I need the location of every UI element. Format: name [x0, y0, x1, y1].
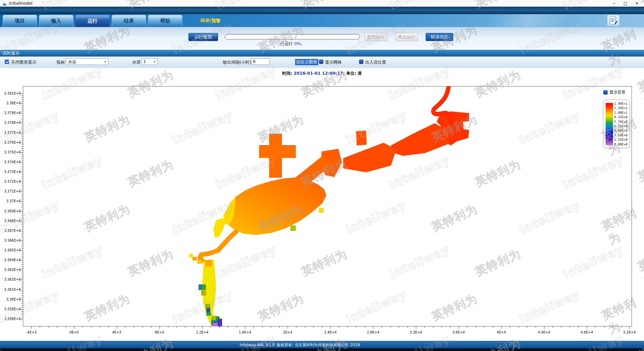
x-tick-mark: [74, 326, 74, 329]
title-bar: initialmodel − □ ✕: [0, 0, 644, 7]
x-tick-label: 1.6E+4: [235, 330, 255, 334]
app-icon: [2, 1, 7, 6]
menu-tab-帮助[interactable]: 帮助: [148, 15, 182, 27]
y-tick-label: 3.371E+6: [1, 189, 21, 193]
output-interval-label: 输出间隔(小时): [223, 60, 251, 65]
menu-tab-结果[interactable]: 结果: [112, 15, 146, 27]
y-tick-mark: [21, 172, 23, 172]
x-minor-tick: [441, 326, 442, 328]
x-tick-mark: [159, 326, 160, 329]
x-minor-tick: [570, 326, 570, 328]
x-tick-mark: [459, 326, 459, 329]
x-minor-tick: [279, 326, 280, 328]
maximize-button[interactable]: □: [620, 0, 631, 7]
layer-select[interactable]: 1: [141, 58, 157, 65]
x-minor-tick: [142, 326, 143, 328]
x-minor-tick: [219, 326, 220, 328]
minimize-button[interactable]: −: [608, 0, 620, 7]
flow-position-checkbox[interactable]: [359, 60, 363, 64]
x-minor-tick: [296, 326, 296, 328]
x-tick-mark: [416, 326, 416, 329]
show-background-checkbox[interactable]: [603, 90, 608, 95]
y-tick-label: 3.374E+6: [1, 160, 21, 164]
y-tick-label: 3.377E+6: [1, 131, 21, 135]
menu-tab-运行[interactable]: 运行: [75, 15, 110, 27]
stop-run-button[interactable]: 终止运行: [396, 33, 418, 41]
x-minor-tick: [527, 326, 527, 328]
menu-tab-项目[interactable]: 项目: [3, 15, 37, 27]
y-tick-label: 3.381E+6: [1, 92, 21, 95]
chevron-down-icon: [104, 61, 107, 63]
menu-bar: 项目输入运行结果帮助 环评/预警: [0, 14, 644, 27]
map-cell: [206, 312, 211, 316]
show-grid-checkbox[interactable]: [319, 60, 323, 64]
indicator-select[interactable]: 水温: [66, 58, 108, 65]
y-tick-mark: [21, 241, 23, 241]
x-tick-label: 0E+0: [64, 330, 84, 334]
y-tick-label: 3.368E+6: [1, 219, 21, 223]
error-info-button[interactable]: 错误信息: [426, 33, 453, 41]
x-tick-label: 5.2E+4: [619, 330, 640, 334]
x-minor-tick: [322, 326, 322, 328]
x-minor-tick: [151, 326, 151, 328]
y-tick-label: 3.376E+6: [1, 141, 21, 144]
close-button[interactable]: ✕: [631, 0, 643, 7]
y-tick-mark: [21, 191, 23, 192]
x-minor-tick: [194, 326, 194, 328]
x-tick-label: 2.4E+4: [320, 330, 341, 334]
x-minor-tick: [595, 326, 596, 328]
map-cell: [290, 225, 296, 231]
run-model-button[interactable]: 运行模型: [188, 33, 218, 41]
y-tick-mark: [21, 162, 23, 163]
status-bar: Intelway-AW V1.0 版权所有: 北京英特利为环境科技有限公司 20…: [0, 341, 644, 348]
y-tick-mark: [21, 300, 23, 300]
x-minor-tick: [177, 326, 177, 328]
report-icon[interactable]: [607, 15, 620, 26]
x-minor-tick: [578, 326, 579, 328]
x-tick-mark: [245, 326, 245, 329]
x-minor-tick: [57, 326, 57, 328]
x-tick-label: 4.8E+4: [577, 330, 597, 334]
custom-legend-button[interactable]: 自定义图谱: [295, 59, 318, 65]
menu-tab-输入[interactable]: 输入: [39, 15, 73, 27]
legend-gradient-bar: [606, 103, 613, 145]
map-cell: [192, 257, 197, 260]
x-tick-label: -4E+3: [21, 330, 41, 334]
x-tick-label: 8E+3: [149, 330, 170, 334]
show-grid-label: 显示网格: [325, 60, 342, 65]
x-minor-tick: [382, 326, 382, 328]
x-minor-tick: [91, 326, 92, 328]
tab-env-warning[interactable]: 环评/预警: [201, 18, 220, 24]
x-minor-tick: [407, 326, 408, 328]
pause-run-button[interactable]: 暂停运行: [364, 33, 387, 41]
legend-value: 1.24E+1: [614, 106, 630, 110]
legend-values: 1.40E+11.24E+11.09E+19.31E+07.76E+06.21E…: [614, 102, 630, 147]
x-minor-tick: [484, 326, 485, 328]
legend-value: 1.09E+1: [614, 111, 630, 115]
run-toolbar: 运行模型 已运行 0%。 暂停运行 终止运行 错误信息: [0, 27, 644, 50]
legend-value: 4.66E+0: [614, 129, 630, 133]
y-tick-mark: [21, 152, 23, 153]
x-tick-mark: [630, 326, 630, 329]
close-graphics-checkbox[interactable]: [5, 60, 9, 64]
map-region-cross-horizontal: [259, 145, 296, 158]
y-tick-mark: [21, 123, 23, 123]
x-minor-tick: [450, 326, 451, 328]
y-tick-mark: [21, 250, 23, 251]
y-tick-mark: [21, 221, 23, 221]
progress-bar: [225, 34, 360, 39]
y-tick-mark: [21, 290, 23, 290]
x-minor-tick: [621, 326, 621, 328]
map-region-red-cluster-sw: [343, 143, 396, 172]
window-title: initialmodel: [9, 1, 32, 6]
y-tick-mark: [21, 143, 23, 143]
legend-value: 6.21E+0: [614, 124, 630, 129]
y-tick-label: 3.365E+6: [1, 248, 21, 252]
output-interval-input[interactable]: [251, 58, 270, 65]
x-minor-tick: [271, 326, 271, 328]
map-region-lake-south-notch: [213, 217, 225, 238]
top-accent-bar: [0, 7, 644, 14]
x-tick-mark: [544, 326, 544, 329]
y-tick-mark: [21, 231, 23, 231]
map-cell: [206, 308, 210, 313]
